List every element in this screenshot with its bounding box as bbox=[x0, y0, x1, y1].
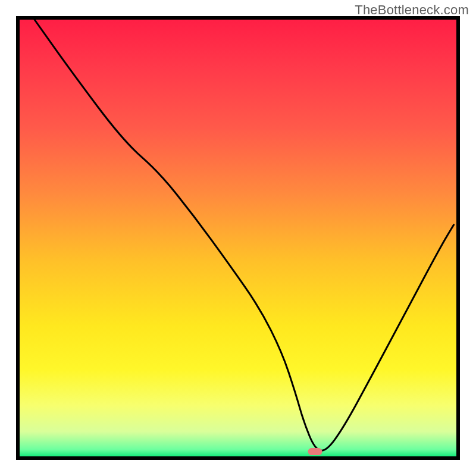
watermark-text: TheBottleneck.com bbox=[355, 2, 469, 18]
gradient-background bbox=[18, 18, 458, 458]
bottleneck-chart bbox=[0, 0, 476, 476]
optimal-marker bbox=[308, 448, 322, 455]
chart-container: TheBottleneck.com bbox=[0, 0, 476, 476]
